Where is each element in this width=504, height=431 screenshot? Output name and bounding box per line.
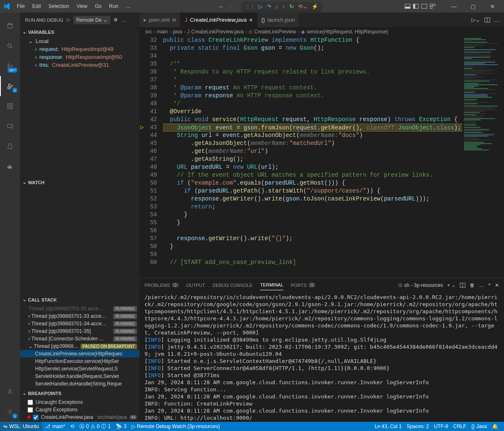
step-into-icon[interactable]: ↓	[276, 3, 279, 10]
stack-frame[interactable]: HttpServlet.service(ServletRequest,S	[20, 365, 139, 373]
start-debug-icon[interactable]: ▷	[67, 17, 70, 23]
menu-view[interactable]: View	[73, 2, 91, 11]
debug-config-select[interactable]: Remote De ⌄	[73, 16, 111, 24]
layout-right-icon[interactable]	[421, 3, 427, 9]
activity-account[interactable]	[0, 382, 20, 402]
terminal-output[interactable]: /pierrick/.m2/repository/io/cloudevents/…	[139, 292, 504, 422]
kill-terminal-icon[interactable]: 🗑	[470, 282, 475, 288]
activity-remote[interactable]	[0, 116, 20, 136]
status-eol[interactable]: CRLF	[451, 423, 469, 429]
status-remote[interactable]: ⇋WSL: Ubuntu	[0, 422, 42, 431]
debug-settings-icon[interactable]: ⚙	[114, 17, 118, 23]
hot-reload-icon[interactable]: ⚡	[312, 3, 318, 10]
thread-row[interactable]: › Thread [qtp399683701-35]RUNNING	[20, 327, 139, 335]
nav-fwd-icon[interactable]: →	[227, 3, 233, 10]
layout-sidebar-icon[interactable]	[413, 3, 419, 9]
panel-problems[interactable]: PROBLEMS1	[144, 280, 179, 290]
minimize-button[interactable]: —	[446, 0, 462, 13]
bp-file-entry[interactable]: CreateLinkPreview.javasrc/main/java43	[20, 413, 139, 421]
status-debug[interactable]: ▷ Remote Debug Watch (3p-resources)	[129, 423, 223, 429]
menu-more[interactable]: …	[122, 2, 134, 11]
variable-row[interactable]: ›this: CreateLinkPreview@31	[20, 61, 139, 69]
status-ports[interactable]: 📡 3	[113, 423, 129, 429]
svg-rect-1	[405, 7, 410, 8]
layout-custom-icon[interactable]	[430, 3, 436, 9]
svg-line-9	[11, 47, 12, 48]
breakpoints-header[interactable]: ⌄BREAKPOINTS	[20, 389, 139, 398]
new-terminal-icon[interactable]: + ⌄	[447, 282, 456, 288]
terminal-profile[interactable]: ⦾ sh - 3p-resources	[398, 282, 443, 288]
menu-selection[interactable]: Selection	[45, 2, 72, 11]
close-tab-icon[interactable]: ×	[249, 17, 253, 23]
restart-icon[interactable]: ↻	[289, 3, 294, 10]
panel-output[interactable]: OUTPUT	[186, 280, 205, 290]
debug-toolbar[interactable]: ⋮⋮ ▷ ↷ ↓ ↑ ↻ ⟲⌄ ⚡	[243, 2, 321, 11]
nav-back-icon[interactable]: ←	[218, 3, 224, 10]
close-button[interactable]: ✕	[484, 0, 501, 13]
activity-explorer[interactable]	[0, 16, 20, 36]
debug-sidebar: RUN AND DEBUG ▷ Remote De ⌄ ⚙ … ⌄VARIABL…	[20, 13, 139, 422]
tab-createlinkpreview[interactable]: JCreateLinkPreview.java×	[180, 13, 257, 27]
step-over-icon[interactable]: ↷	[267, 3, 271, 10]
status-lang[interactable]: {} Java	[469, 423, 489, 429]
minimap[interactable]	[462, 36, 504, 278]
split-terminal-icon[interactable]	[460, 282, 466, 288]
panel-ports[interactable]: PORTS3	[291, 280, 315, 290]
activity-testing[interactable]	[0, 136, 20, 156]
status-notifications[interactable]: 🔔	[489, 423, 501, 429]
continue-icon[interactable]: ▷	[258, 3, 263, 10]
activity-scm[interactable]: 1K+	[0, 56, 20, 76]
status-spaces[interactable]: Spaces: 2	[404, 423, 431, 429]
debug-more-icon[interactable]: …	[121, 18, 126, 23]
menu-edit[interactable]: Edit	[29, 2, 44, 11]
menu-go[interactable]: Go	[91, 2, 105, 11]
split-editor-icon[interactable]	[484, 17, 490, 23]
activity-extensions[interactable]	[0, 96, 20, 116]
thread-row[interactable]: › Thread [Connector-Scheduler-…RUNNING	[20, 335, 139, 342]
status-problems[interactable]: ⓧ 0 ⚠ 0 ⓘ 1	[77, 423, 113, 430]
activity-docker[interactable]	[0, 156, 20, 176]
close-panel-icon[interactable]: ✕	[495, 282, 499, 288]
step-out-icon[interactable]: ↑	[282, 3, 285, 10]
svg-rect-14	[8, 104, 10, 106]
thread-row[interactable]: › Thread [qtp399683701-34-acce…RUNNING	[20, 320, 139, 327]
scope-local[interactable]: ⌄Local	[20, 37, 139, 45]
editor-more-icon[interactable]: …	[494, 17, 500, 23]
panel-debug-console[interactable]: DEBUG CONSOLE	[213, 280, 253, 290]
debug-badge: 1	[12, 88, 18, 93]
stack-frame[interactable]: ServletHolder.handle(Request,Servlet	[20, 373, 139, 380]
menu-run[interactable]: Run	[106, 2, 122, 11]
stack-frame[interactable]: CreateLinkPreview.service(HttpReques	[20, 350, 139, 357]
layout-panel-icon[interactable]	[405, 3, 410, 9]
tab-pom[interactable]: ▸pom.xmlM	[139, 13, 180, 27]
code-editor[interactable]: 3233343536373839404142▷43444546474849505…	[139, 36, 504, 278]
variables-header[interactable]: ⌄VARIABLES	[20, 28, 139, 36]
maximize-button[interactable]: ▢	[465, 0, 481, 13]
bp-caught[interactable]: Caught Exceptions	[20, 406, 139, 413]
variable-row[interactable]: ›response: HttpResponseImpl@50	[20, 53, 139, 61]
thread-paused[interactable]: ⌄ Thread [qtp39968…PAUSED ON BREAKPOINT	[20, 342, 139, 350]
disconnect-icon[interactable]: ⟲⌄	[298, 3, 307, 10]
run-file-icon[interactable]: ▷⌄	[471, 17, 480, 23]
activity-search[interactable]	[0, 36, 20, 56]
status-branch[interactable]: ⎇ main*	[42, 423, 68, 429]
panel-more-icon[interactable]: …	[479, 282, 484, 288]
status-encoding[interactable]: UTF-8	[431, 423, 451, 429]
grip-icon[interactable]: ⋮⋮	[245, 3, 254, 10]
activity-debug[interactable]: 1	[0, 76, 20, 96]
stack-frame[interactable]: ServletHandler.doHandle(String,Reque	[20, 380, 139, 388]
bp-uncaught[interactable]: Uncaught Exceptions	[20, 398, 139, 406]
watch-header[interactable]: ⌄WATCH	[20, 178, 139, 187]
variable-row[interactable]: ›request: HttpRequestImpl@49	[20, 45, 139, 53]
callstack-header[interactable]: ⌄CALL STACK	[20, 295, 139, 304]
stack-frame[interactable]: HttpFunctionExecutor.service(HttpSer	[20, 357, 139, 365]
panel-terminal[interactable]: TERMINAL	[260, 280, 284, 290]
status-position[interactable]: Ln 43, Col 1	[372, 423, 404, 429]
breadcrumb[interactable]: src› main› java› JCreateLinkPreview.java…	[139, 27, 504, 36]
activity-settings[interactable]: 1	[0, 402, 20, 422]
maximize-panel-icon[interactable]: ^	[488, 282, 491, 288]
thread-row[interactable]: › Thread [qtp399683701-33 acce…RUNNING	[20, 312, 139, 320]
menu-file[interactable]: File	[13, 2, 28, 11]
status-sync[interactable]: ⟲	[68, 423, 77, 429]
tab-launch[interactable]: {}launch.json	[257, 13, 299, 27]
